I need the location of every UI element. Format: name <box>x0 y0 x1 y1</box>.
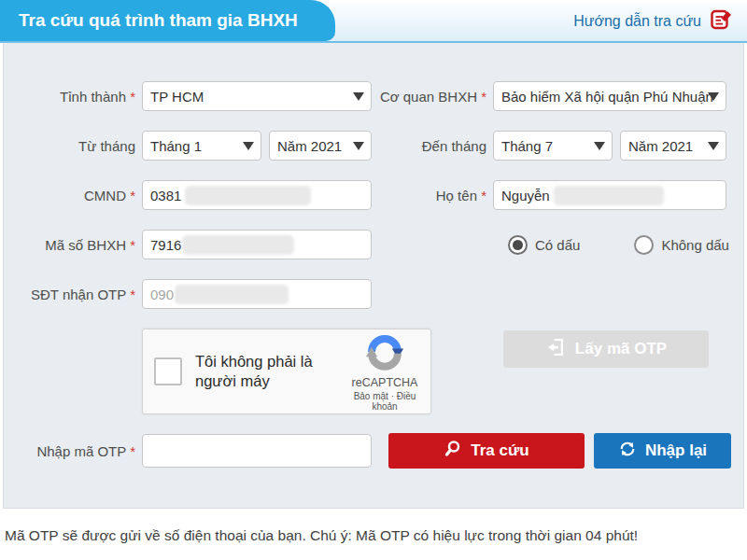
recaptcha-label: Tôi không phải là người máy <box>195 352 350 390</box>
otp-code-input[interactable] <box>142 434 372 468</box>
radio-unselected-icon[interactable] <box>634 235 654 255</box>
fullname-input[interactable]: Nguyễn <box>493 180 726 210</box>
to-year-value: Năm 2021 <box>628 138 693 154</box>
door-arrow-icon <box>545 337 566 362</box>
chevron-down-icon <box>243 142 254 150</box>
lookup-form-panel: Tỉnh thành * TP HCM Cơ quan BHXH * Bảo h… <box>3 43 744 509</box>
from-month-value: Tháng 1 <box>150 138 202 154</box>
guide-document-icon[interactable] <box>710 8 732 35</box>
reset-button[interactable]: Nhập lại <box>594 433 731 469</box>
recaptcha-logo-icon <box>365 358 404 374</box>
redaction-blur <box>554 186 664 205</box>
search-label: Tra cứu <box>471 441 529 460</box>
row-otp-code: Nhập mã OTP * Tra cứu <box>4 433 743 469</box>
radio-co-dau[interactable]: Có dấu <box>508 235 580 255</box>
recaptcha-name: reCAPTCHA <box>350 376 419 389</box>
to-year-select[interactable]: Năm 2021 <box>620 131 726 161</box>
required-mark: * <box>130 237 135 253</box>
radio-selected-icon[interactable] <box>508 235 528 255</box>
otp-code-label: Nhập mã OTP * <box>4 443 142 459</box>
get-otp-label: Lấy mã OTP <box>575 340 667 358</box>
bhxh-code-value: 7916 <box>150 237 181 253</box>
agency-label: Cơ quan BHXH * <box>372 89 493 105</box>
accent-radio-group: Có dấu Không dấu <box>372 235 729 255</box>
bhxh-code-input[interactable]: 7916 <box>142 230 372 259</box>
radio-khong-dau-label: Không dấu <box>661 237 729 253</box>
recaptcha-brand: reCAPTCHA Bảo mật · Điều khoản <box>350 332 419 412</box>
get-otp-button[interactable]: Lấy mã OTP <box>503 330 709 368</box>
recaptcha-privacy-terms-links[interactable]: Bảo mật · Điều khoản <box>350 391 419 412</box>
to-month-select[interactable]: Tháng 7 <box>493 131 613 161</box>
from-year-select[interactable]: Năm 2021 <box>269 131 372 161</box>
from-month-label: Từ tháng <box>4 138 142 154</box>
cmnd-value: 0381 <box>150 188 181 203</box>
required-mark: * <box>130 287 135 302</box>
from-month-select[interactable]: Tháng 1 <box>142 131 261 161</box>
agency-value: Bảo hiểm Xã hội quận Phú Nhuận <box>501 89 713 105</box>
from-year-value: Năm 2021 <box>277 138 342 154</box>
radio-khong-dau[interactable]: Không dấu <box>634 235 729 255</box>
to-month-value: Tháng 7 <box>501 138 553 154</box>
chevron-down-icon <box>353 142 364 150</box>
tab-tra-cuu-qua-trinh[interactable]: Tra cứu quá trình tham gia BHXH <box>0 0 335 41</box>
chevron-down-icon <box>708 142 719 150</box>
refresh-icon <box>618 440 637 463</box>
search-icon <box>444 440 462 463</box>
otp-phone-input[interactable]: 090 <box>142 279 372 309</box>
province-label: Tỉnh thành * <box>4 89 142 105</box>
required-mark: * <box>130 188 135 203</box>
required-mark: * <box>481 188 486 203</box>
help-link-label[interactable]: Hướng dẫn tra cứu <box>573 13 701 30</box>
chevron-down-icon <box>594 142 605 150</box>
fullname-value: Nguyễn <box>501 188 550 203</box>
otp-phone-value: 090 <box>150 287 174 302</box>
page-title: Tra cứu quá trình tham gia BHXH <box>19 10 298 31</box>
search-button[interactable]: Tra cứu <box>388 433 585 469</box>
otp-phone-label: SĐT nhận OTP * <box>4 287 142 302</box>
recaptcha-widget: Tôi không phải là người máy reCAPTCHA Bả… <box>142 329 431 414</box>
cmnd-label: CMND * <box>4 188 142 203</box>
fullname-label: Họ tên * <box>372 188 493 203</box>
otp-note: Mã OTP sẽ được gửi về số điện thoại của … <box>5 527 747 544</box>
chevron-down-icon <box>353 92 364 101</box>
row-captcha: Tôi không phải là người máy reCAPTCHA Bả… <box>4 329 743 414</box>
chevron-down-icon <box>708 92 719 101</box>
agency-select[interactable]: Bảo hiểm Xã hội quận Phú Nhuận <box>493 81 726 111</box>
cmnd-input[interactable]: 0381 <box>142 180 372 210</box>
row-period: Từ tháng Tháng 1 Năm 2021 Đến tháng Thán… <box>4 131 743 161</box>
radio-co-dau-label: Có dấu <box>535 237 580 253</box>
page-header: Tra cứu quá trình tham gia BHXH Hướng dẫ… <box>0 0 747 43</box>
province-value: TP HCM <box>150 89 204 105</box>
help-link[interactable]: Hướng dẫn tra cứu <box>573 8 732 35</box>
row-bhxh-accent: Mã số BHXH * 7916 Có dấu Không dấu <box>4 230 743 259</box>
row-otp-phone: SĐT nhận OTP * 090 <box>4 279 743 309</box>
to-month-label: Đến tháng <box>372 138 493 154</box>
province-select[interactable]: TP HCM <box>142 81 372 111</box>
redaction-blur <box>182 235 294 255</box>
required-mark: * <box>481 89 486 105</box>
reset-label: Nhập lại <box>645 441 707 460</box>
row-province-agency: Tỉnh thành * TP HCM Cơ quan BHXH * Bảo h… <box>4 81 743 111</box>
required-mark: * <box>130 443 135 459</box>
redaction-blur <box>185 186 311 205</box>
redaction-blur <box>175 285 289 304</box>
recaptcha-checkbox[interactable] <box>154 357 182 385</box>
required-mark: * <box>130 89 135 105</box>
row-cmnd-name: CMND * 0381 Họ tên * Nguyễn <box>4 180 743 210</box>
bhxh-code-label: Mã số BHXH * <box>4 237 142 253</box>
